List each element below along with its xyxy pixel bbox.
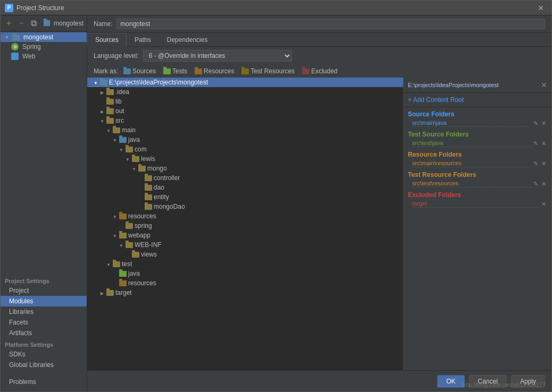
mark-excluded-button[interactable]: Excluded — [300, 67, 339, 75]
webinf-folder-icon — [126, 242, 133, 248]
sidebar-item-facets[interactable]: Facets — [1, 317, 87, 328]
mongo-expander[interactable] — [130, 165, 138, 172]
name-input[interactable] — [116, 19, 545, 29]
tree-node-controller[interactable]: controller — [87, 173, 403, 183]
tree-node-mongoDao[interactable]: mongoDao — [87, 202, 403, 211]
src-expander[interactable] — [98, 117, 106, 124]
mark-tests-label: Tests — [172, 67, 187, 75]
copy-module-button[interactable]: ⧉ — [29, 18, 39, 29]
test-resource-folder-remove[interactable]: ✕ — [540, 181, 547, 188]
test-source-folder-actions: ✎ ✕ — [532, 140, 547, 147]
test-source-folders-header: Test Source Folders — [404, 127, 551, 139]
tree-node-idea[interactable]: .idea — [87, 87, 403, 97]
views-folder-icon — [132, 252, 139, 258]
test-folder-icon — [113, 261, 120, 267]
tree-node-entity[interactable]: entity — [87, 192, 403, 202]
tree-node-spring[interactable]: spring — [87, 221, 403, 231]
tree-node-target[interactable]: target — [87, 288, 403, 297]
tab-paths[interactable]: Paths — [127, 33, 159, 47]
mark-test-resources-button[interactable]: Test Resources — [239, 67, 297, 75]
tree-node-root[interactable]: E:\projects\IdeaProjects\mongotest — [87, 78, 403, 87]
tree-node-views[interactable]: views — [87, 250, 403, 259]
platform-settings-label: Platform Settings — [1, 338, 87, 349]
sidebar-spring-item[interactable]: ⚙ Spring — [1, 42, 87, 52]
excluded-folder-remove[interactable]: ✕ — [540, 201, 547, 208]
tree-node-src[interactable]: src — [87, 116, 403, 125]
tree-node-resources[interactable]: resources — [87, 211, 403, 221]
com-expander[interactable] — [117, 146, 126, 153]
tree-node-test[interactable]: test — [87, 259, 403, 269]
lewis-expander[interactable] — [123, 155, 132, 163]
tree-node-lib[interactable]: lib — [87, 97, 403, 106]
sidebar-item-project[interactable]: Project — [1, 285, 87, 296]
mark-test-resources-label: Test Resources — [250, 67, 295, 75]
sidebar-item-modules[interactable]: Modules — [1, 296, 87, 306]
sidebar-item-sdks[interactable]: SDKs — [1, 349, 87, 360]
name-label: Name: — [94, 20, 112, 28]
root-expander[interactable] — [91, 79, 100, 86]
ok-button[interactable]: OK — [437, 375, 464, 388]
tree-node-test-java[interactable]: java — [87, 269, 403, 278]
target-expander[interactable] — [98, 289, 106, 296]
tree-node-com[interactable]: com — [87, 144, 403, 154]
test-source-folder-text: src\test\java — [412, 140, 532, 147]
sidebar-item-libraries[interactable]: Libraries — [1, 306, 87, 317]
idea-expander[interactable] — [98, 88, 106, 96]
test-resources-folder-icon — [119, 280, 127, 286]
tree-node-out[interactable]: out — [87, 106, 403, 116]
excluded-folder-icon — [302, 69, 310, 74]
tab-dependencies[interactable]: Dependencies — [159, 33, 216, 47]
mark-tests-button[interactable]: Tests — [161, 67, 189, 75]
idea-folder-icon — [106, 89, 114, 95]
test-expander[interactable] — [104, 260, 113, 268]
tree-node-java[interactable]: java — [87, 135, 403, 144]
remove-module-button[interactable]: − — [16, 18, 27, 29]
module-folder-icon — [44, 20, 50, 26]
sidebar-item-problems[interactable]: Problems — [1, 377, 87, 387]
tree-node-lewis[interactable]: lewis — [87, 154, 403, 164]
target-text: target — [115, 289, 132, 296]
main-content: + − ⧉ mongotest ▼ mongotest ⚙ Spring — [1, 15, 551, 391]
mark-sources-label: Sources — [132, 67, 156, 75]
info-panel-close[interactable]: ✕ — [541, 81, 547, 89]
root-path-text: E:\projects\IdeaProjects\mongotest — [109, 79, 208, 86]
idea-text: .idea — [115, 88, 129, 96]
resource-folder-remove[interactable]: ✕ — [540, 160, 547, 167]
mark-excluded-label: Excluded — [311, 67, 337, 75]
sidebar-item-artifacts[interactable]: Artifacts — [1, 328, 87, 338]
info-panel-path: E:\projects\IdeaProjects\mongotest — [408, 82, 541, 88]
add-module-button[interactable]: + — [4, 18, 14, 29]
mark-sources-button[interactable]: Sources — [121, 67, 158, 75]
webinf-expander[interactable] — [117, 241, 126, 249]
resource-folder-edit[interactable]: ✎ — [532, 160, 539, 167]
resources-expander[interactable] — [111, 212, 119, 220]
source-folder-remove[interactable]: ✕ — [540, 120, 547, 127]
test-source-folder-remove[interactable]: ✕ — [540, 140, 547, 147]
sidebar-web-item[interactable]: Web — [1, 52, 87, 61]
tree-node-webinf[interactable]: WEB-INF — [87, 240, 403, 250]
main-expander[interactable] — [104, 126, 113, 134]
tree-node-dao[interactable]: dao — [87, 183, 403, 192]
out-expander[interactable] — [98, 107, 106, 115]
source-folder-edit[interactable]: ✎ — [532, 120, 539, 127]
sidebar-module-root[interactable]: ▼ mongotest — [1, 32, 87, 42]
tree-node-mongo[interactable]: mongo — [87, 164, 403, 173]
close-button[interactable]: ✕ — [534, 3, 547, 13]
java-expander[interactable] — [111, 136, 119, 143]
tree-node-main[interactable]: main — [87, 125, 403, 135]
add-content-root-button[interactable]: + Add Content Root — [404, 93, 551, 107]
test-source-folder-edit[interactable]: ✎ — [532, 140, 539, 147]
source-folders-header: Source Folders — [404, 107, 551, 119]
webapp-expander[interactable] — [111, 232, 119, 239]
tab-sources[interactable]: Sources — [87, 33, 127, 47]
sidebar-item-global-libraries[interactable]: Global Libraries — [1, 360, 87, 370]
mark-resources-button[interactable]: Resources — [193, 67, 236, 75]
tree-node-webapp[interactable]: webapp — [87, 231, 403, 240]
language-select[interactable]: 6 - @Override in interfaces — [143, 50, 292, 62]
out-folder-icon — [106, 108, 114, 114]
test-resource-folder-edit[interactable]: ✎ — [532, 181, 539, 188]
main-text: main — [122, 126, 136, 134]
project-structure-dialog: P Project Structure ✕ + − ⧉ mongotest ▼ … — [0, 0, 552, 392]
module-name: mongotest — [54, 20, 83, 27]
tree-node-test-resources[interactable]: resources — [87, 278, 403, 288]
